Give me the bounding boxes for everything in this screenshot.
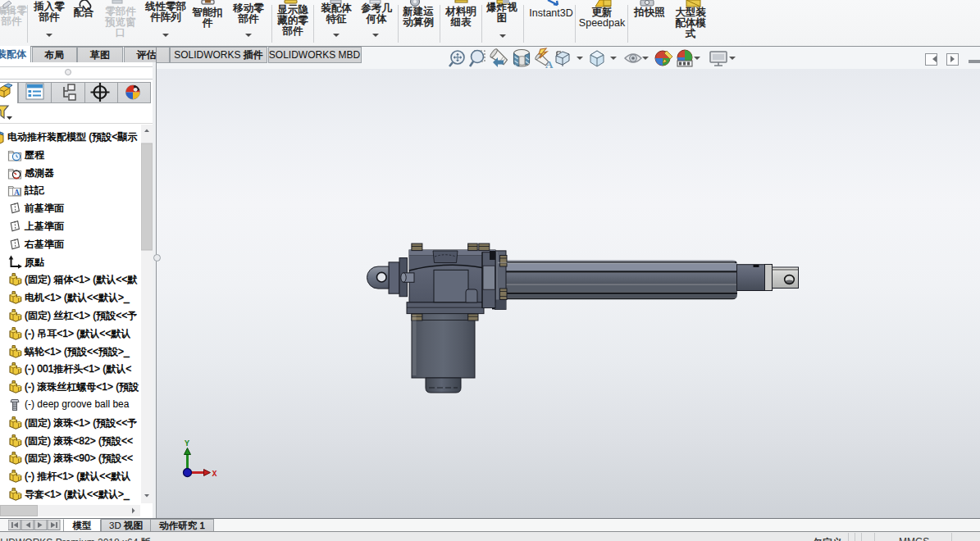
svg-text:X: X	[212, 470, 217, 479]
svg-text:Y: Y	[185, 439, 189, 448]
svg-text:A: A	[14, 189, 20, 197]
